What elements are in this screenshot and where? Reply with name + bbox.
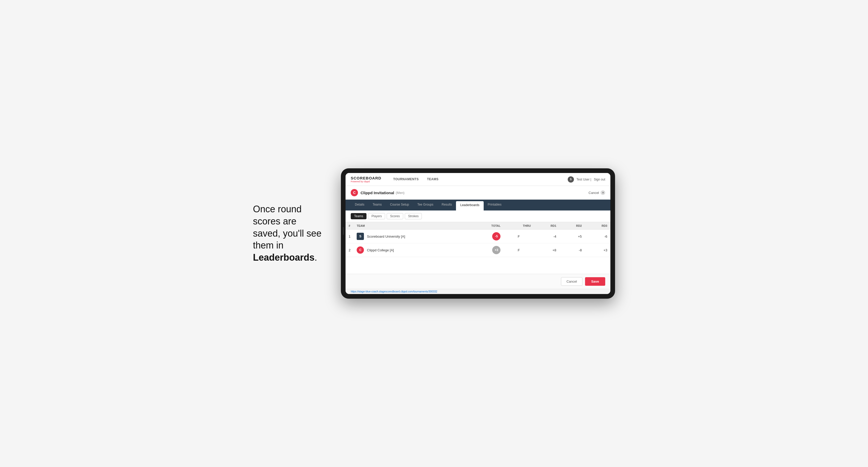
leaderboard-table: # TEAM TOTAL THRU RD1 RD2 RD3 1	[345, 222, 610, 257]
col-thru: THRU	[503, 222, 534, 229]
tab-tee-groups[interactable]: Tee Groups	[413, 199, 437, 211]
sub-nav: Details Teams Course Setup Tee Groups Re…	[345, 199, 610, 211]
table-row: 1 S Scoreboard University [A] -5 F -4 +5	[345, 229, 610, 243]
col-rd1: RD1	[534, 222, 559, 229]
sidebar-description: Once round scores are saved, you'll see …	[253, 203, 326, 264]
tournament-name: Clippd Invitational	[361, 191, 394, 195]
filter-strokes[interactable]: Strokes	[405, 213, 422, 219]
nav-links: TOURNAMENTS TEAMS	[389, 173, 442, 186]
nav-tournaments[interactable]: TOURNAMENTS	[389, 173, 423, 186]
url-text: https://stage-blue-coach.stagescoredboar…	[351, 290, 437, 293]
url-bar: https://stage-blue-coach.stagescoredboar…	[345, 289, 610, 294]
tablet-screen: SCOREBOARD Powered by clippd TOURNAMENTS…	[345, 173, 610, 294]
tab-teams[interactable]: Teams	[369, 199, 386, 211]
tab-results[interactable]: Results	[437, 199, 456, 211]
thru-1: F	[503, 229, 534, 243]
rd1-1: -4	[534, 229, 559, 243]
user-avatar: S	[568, 176, 574, 183]
total-1: -5	[470, 229, 503, 243]
save-button[interactable]: Save	[585, 277, 605, 286]
content-area: # TEAM TOTAL THRU RD1 RD2 RD3 1	[345, 222, 610, 274]
team-name-2: Clippd College [A]	[367, 248, 394, 252]
total-2: +3	[470, 243, 503, 257]
tab-printables[interactable]: Printables	[484, 199, 506, 211]
rank-1: 1	[345, 229, 353, 243]
tab-course-setup[interactable]: Course Setup	[386, 199, 413, 211]
rd3-2: +3	[585, 243, 610, 257]
col-rd2: RD2	[559, 222, 585, 229]
team-logo-1: S	[356, 233, 364, 240]
table-row: 2 C Clippd College [A] +3 F +8 -8 +3	[345, 243, 610, 257]
col-total: TOTAL	[470, 222, 503, 229]
filter-bar: Teams Players Scores Strokes	[345, 211, 610, 222]
rd2-1: +5	[559, 229, 585, 243]
tablet-side-button	[343, 227, 344, 235]
rd3-1: -6	[585, 229, 610, 243]
team-1: S Scoreboard University [A]	[353, 229, 470, 243]
tab-leaderboards[interactable]: Leaderboards	[456, 201, 484, 211]
nav-right: S Test User | Sign out	[568, 176, 605, 183]
logo-text: SCOREBOARD	[351, 176, 381, 180]
team-logo-2: C	[356, 246, 364, 254]
sidebar-period: .	[314, 252, 317, 263]
logo-brand: clippd	[364, 180, 370, 183]
footer: Cancel Save	[345, 274, 610, 289]
top-nav: SCOREBOARD Powered by clippd TOURNAMENTS…	[345, 173, 610, 186]
filter-players[interactable]: Players	[368, 213, 385, 219]
tournament-logo: C	[351, 189, 358, 196]
cancel-top-button[interactable]: Cancel ✕	[589, 190, 605, 195]
col-team: TEAM	[353, 222, 470, 229]
filter-scores[interactable]: Scores	[387, 213, 403, 219]
tab-details[interactable]: Details	[351, 199, 369, 211]
user-name: Test User |	[577, 178, 591, 181]
filter-teams[interactable]: Teams	[351, 213, 367, 219]
tournament-header: C Clippd Invitational (Men) Cancel ✕	[345, 186, 610, 199]
rd2-2: -8	[559, 243, 585, 257]
tablet-frame: SCOREBOARD Powered by clippd TOURNAMENTS…	[341, 168, 615, 299]
table-header-row: # TEAM TOTAL THRU RD1 RD2 RD3	[345, 222, 610, 229]
thru-2: F	[503, 243, 534, 257]
rank-2: 2	[345, 243, 353, 257]
logo-sub-prefix: Powered by	[351, 180, 364, 183]
sign-out-link[interactable]: Sign out	[594, 178, 605, 181]
nav-teams[interactable]: TEAMS	[423, 173, 443, 186]
score-badge-2: +3	[492, 246, 500, 254]
tournament-gender: (Men)	[396, 191, 404, 195]
col-rank: #	[345, 222, 353, 229]
cancel-label: Cancel	[589, 191, 599, 195]
rd1-2: +8	[534, 243, 559, 257]
close-icon[interactable]: ✕	[600, 190, 605, 195]
score-badge-1: -5	[492, 232, 500, 241]
sidebar-bold-text: Leaderboards	[253, 252, 314, 263]
team-name-1: Scoreboard University [A]	[367, 235, 405, 239]
cancel-button[interactable]: Cancel	[561, 277, 582, 286]
logo-sub: Powered by clippd	[351, 180, 381, 183]
col-rd3: RD3	[585, 222, 610, 229]
team-2: C Clippd College [A]	[353, 243, 470, 257]
logo-area: SCOREBOARD Powered by clippd	[351, 176, 381, 183]
